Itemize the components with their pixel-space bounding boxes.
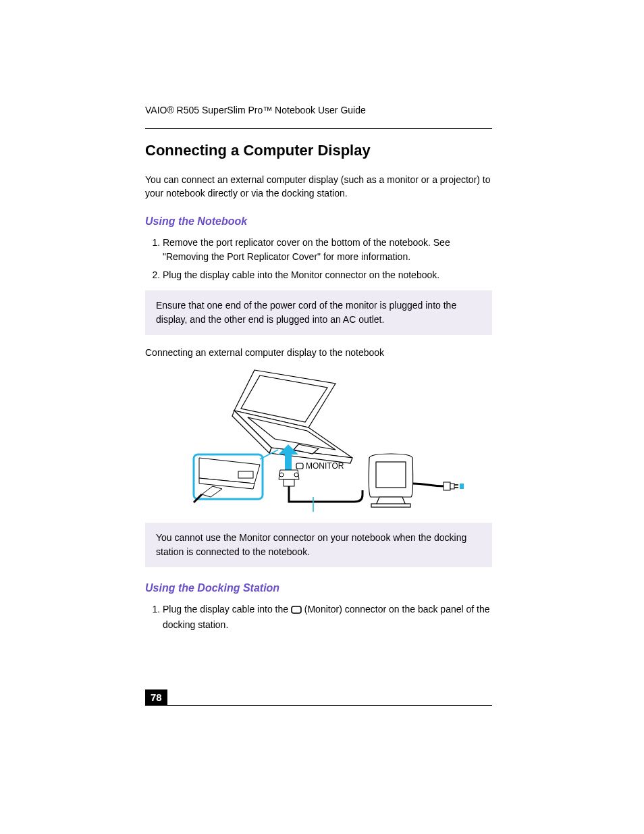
section-title: Connecting a Computer Display — [145, 142, 492, 159]
intro-paragraph: You can connect an external computer dis… — [145, 173, 492, 201]
note-text: Ensure that one end of the power cord of… — [156, 298, 481, 327]
svg-rect-19 — [376, 462, 406, 488]
vga-connector-icon — [279, 470, 299, 486]
callout-port-zoom — [194, 454, 263, 502]
svg-point-15 — [279, 473, 284, 477]
diagram-laptop-to-monitor: MONITOR — [173, 363, 464, 512]
svg-rect-14 — [284, 479, 294, 486]
figure-wrap: MONITOR — [145, 363, 492, 515]
steps-notebook: Remove the port replicator cover on the … — [145, 236, 492, 282]
page-number: 78 — [145, 689, 167, 705]
arrow-right-icon — [460, 479, 464, 493]
svg-rect-20 — [371, 504, 410, 507]
monitor-label-text: MONITOR — [306, 461, 344, 471]
footer-rule — [145, 705, 492, 706]
running-header: VAIO® R505 SuperSlim Pro™ Notebook User … — [145, 105, 492, 115]
note-box-power-cord: Ensure that one end of the power cord of… — [145, 290, 492, 335]
step-item: Plug the display cable into the (Monitor… — [163, 602, 492, 632]
figure-caption: Connecting an external computer display … — [145, 346, 492, 359]
step-item: Plug the display cable into the Monitor … — [163, 268, 492, 282]
external-monitor-icon — [369, 454, 412, 507]
top-rule — [145, 128, 492, 129]
step-docking-text-prefix: Plug the display cable into the — [163, 604, 291, 615]
footer: 78 — [145, 690, 492, 706]
monitor-port-label: MONITOR — [296, 461, 344, 471]
svg-rect-25 — [460, 484, 464, 489]
svg-rect-22 — [450, 484, 454, 489]
step-item: Remove the port replicator cover on the … — [163, 236, 492, 264]
monitor-port-icon — [291, 604, 302, 618]
subheading-docking: Using the Docking Station — [145, 582, 492, 594]
steps-docking: Plug the display cable into the (Monitor… — [145, 602, 492, 632]
svg-rect-21 — [444, 482, 450, 490]
svg-point-16 — [294, 473, 298, 477]
svg-rect-27 — [292, 606, 301, 613]
svg-rect-18 — [296, 463, 303, 469]
svg-rect-10 — [238, 471, 253, 478]
note-text: You cannot use the Monitor connector on … — [156, 531, 481, 559]
page: VAIO® R505 SuperSlim Pro™ Notebook User … — [0, 0, 644, 834]
power-plug-icon — [444, 482, 458, 490]
content-area: Connecting a Computer Display You can co… — [145, 135, 492, 636]
note-box-docking-conflict: You cannot use the Monitor connector on … — [145, 523, 492, 567]
subheading-notebook: Using the Notebook — [145, 215, 492, 228]
